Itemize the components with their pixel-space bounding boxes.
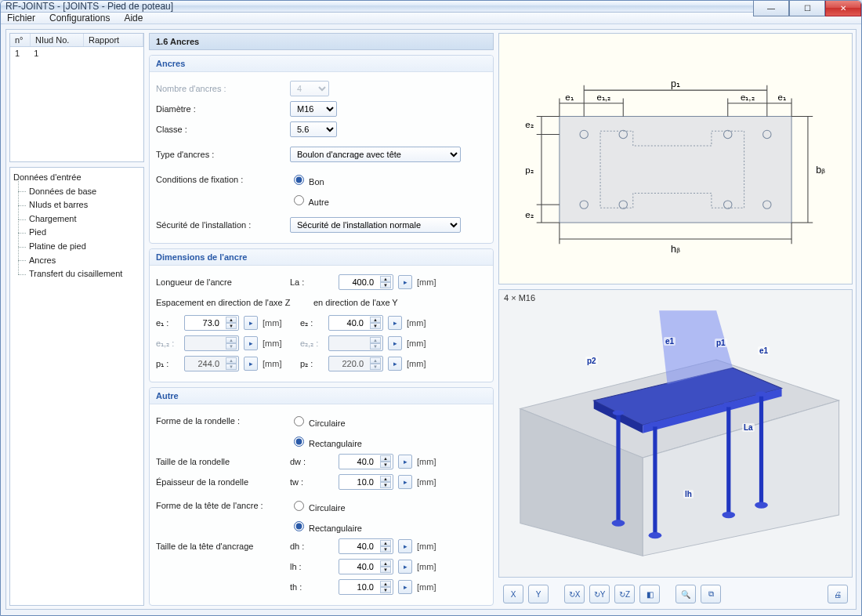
zoom-button[interactable]: 🔍 — [675, 585, 696, 603]
rot-z-button[interactable]: ↻Z — [614, 585, 635, 603]
lbl-lh: lh — [683, 490, 694, 498]
length-input[interactable]: ▲▼ — [339, 274, 393, 290]
lbl-p1: p1 — [715, 339, 727, 347]
tree-item-shear[interactable]: Transfert du cisaillement — [12, 267, 142, 281]
menu-file[interactable]: Fichier — [7, 13, 35, 24]
table-row[interactable]: 1 1 — [10, 47, 143, 60]
lh-pick-icon[interactable]: ▸ — [398, 560, 412, 574]
group-anchors: Ancres Nombre d'ancres : 4 Diamètre : M1… — [149, 55, 494, 244]
group-anchors-legend: Ancres — [150, 56, 493, 72]
e2-pick-icon[interactable]: ▸ — [388, 316, 402, 330]
col-node: NIud No. — [31, 34, 84, 46]
diameter-select[interactable]: M16 — [290, 101, 337, 117]
length-sym: La : — [290, 277, 313, 287]
group-other-legend: Autre — [150, 388, 493, 404]
tw-input[interactable]: ▲▼ — [339, 474, 393, 490]
tree-item-anchors[interactable]: Ancres — [12, 254, 142, 268]
washer-shape-label: Forme de la rondelle : — [156, 416, 285, 426]
maximize-button[interactable]: ☐ — [789, 1, 825, 16]
tree-item-loading[interactable]: Chargement — [12, 212, 142, 226]
e12-input: ▲▼ — [184, 335, 239, 351]
iso-button[interactable]: ◧ — [639, 585, 660, 603]
svg-rect-0 — [560, 116, 791, 223]
lbl-e1b: e1 — [758, 346, 770, 355]
fix-good-radio[interactable]: Bon — [290, 172, 324, 187]
lbl-e1: e1 — [664, 337, 675, 346]
e22-sym: e₂,₂ : — [300, 339, 324, 349]
length-label: Longueur de l'ancre — [156, 277, 285, 287]
washer-thk-label: Épaisseur de la rondelle — [156, 477, 285, 487]
e1-pick-icon[interactable]: ▸ — [244, 316, 258, 330]
dw-input[interactable]: ▲▼ — [339, 454, 393, 469]
menu-help[interactable]: Aide — [124, 13, 143, 24]
col-n: n° — [10, 34, 31, 46]
case-table[interactable]: n° NIud No. Rapport 1 1 — [9, 33, 144, 162]
e12-sym: e₁,₂ : — [156, 339, 179, 349]
menu-config[interactable]: Configurations — [49, 13, 110, 24]
left-panel: n° NIud No. Rapport 1 1 Données d'entrée… — [9, 33, 144, 606]
content: n° NIud No. Rapport 1 1 Données d'entrée… — [1, 24, 861, 616]
dw-pick-icon[interactable]: ▸ — [398, 455, 412, 469]
svg-text:e₁,₂: e₁,₂ — [741, 92, 755, 102]
rot-x-button[interactable]: ↻X — [564, 585, 585, 603]
head-rect-radio[interactable]: Rectangulaire — [290, 519, 362, 533]
plan-diagram: p₁ e₁ e₁,₂ e₁,₂ e₁ — [498, 33, 853, 284]
e22-input: ▲▼ — [328, 335, 383, 351]
3d-diagram[interactable]: 4 × M16 — [498, 289, 853, 578]
print-button[interactable]: 🖨 — [828, 585, 848, 603]
th-pick-icon[interactable]: ▸ — [398, 580, 412, 594]
e1-input[interactable]: ▲▼ — [184, 315, 239, 331]
minimize-button[interactable]: — — [753, 1, 789, 16]
cell-n: 1 — [15, 49, 20, 58]
dw-sym: dw : — [290, 457, 313, 466]
e2-sym: e₂ : — [300, 318, 324, 328]
head-circ-radio[interactable]: Circulaire — [290, 498, 346, 513]
tree-item-base[interactable]: Données de base — [12, 185, 142, 199]
plan-svg: p₁ e₁ e₁,₂ e₁,₂ e₁ — [504, 38, 847, 279]
rot-y-button[interactable]: ↻Y — [589, 585, 610, 603]
close-button[interactable]: ✕ — [825, 1, 861, 16]
svg-text:e₁: e₁ — [565, 92, 573, 102]
copy-button[interactable]: ⧉ — [701, 585, 721, 603]
head-size-label: Taille de la tête d'ancrage — [156, 542, 285, 551]
e2-input[interactable]: ▲▼ — [328, 315, 383, 331]
view-y-button[interactable]: Y — [528, 585, 549, 603]
tree-item-foot[interactable]: Pied — [12, 226, 142, 240]
security-label: Sécurité de l'installation : — [156, 220, 285, 230]
tree-item-baseplate[interactable]: Platine de pied — [12, 240, 142, 254]
svg-point-61 — [755, 392, 767, 397]
dh-pick-icon[interactable]: ▸ — [398, 539, 412, 553]
tw-pick-icon[interactable]: ▸ — [398, 475, 412, 489]
work-area: n° NIud No. Rapport 1 1 Données d'entrée… — [5, 29, 857, 610]
page-title: 1.6 Ancres — [149, 33, 494, 50]
p2-pick-icon[interactable]: ▸ — [388, 357, 402, 371]
length-pick-icon[interactable]: ▸ — [398, 275, 412, 289]
washer-rect-radio[interactable]: Rectangulaire — [290, 434, 362, 448]
type-select[interactable]: Boulon d'ancrage avec tête — [290, 147, 461, 162]
spacing-z-label: Espacement en direction de l'axe Z — [156, 298, 309, 307]
svg-point-54 — [612, 520, 625, 527]
view-x-button[interactable]: X — [503, 585, 523, 603]
e12-pick-icon: ▸ — [244, 336, 258, 350]
lh-input[interactable]: ▲▼ — [339, 559, 393, 574]
security-select[interactable]: Sécurité de l'installation normale — [290, 217, 461, 233]
class-select[interactable]: 5.6 — [290, 121, 337, 137]
lh-sym: lh : — [290, 562, 313, 571]
svg-point-58 — [613, 411, 625, 415]
num-anchors-label: Nombre d'ancres : — [156, 84, 285, 93]
svg-text:e₂: e₂ — [525, 210, 533, 219]
tree-item-nodes[interactable]: NIuds et barres — [12, 198, 142, 212]
svg-text:hᵦ: hᵦ — [671, 244, 680, 255]
fix-other-radio[interactable]: Autre — [290, 193, 329, 207]
tw-sym: tw : — [290, 477, 313, 487]
svg-point-57 — [755, 502, 768, 509]
th-input[interactable]: ▲▼ — [339, 579, 393, 595]
washer-circ-radio[interactable]: Circulaire — [290, 414, 346, 428]
3d-svg — [504, 295, 847, 572]
dh-input[interactable]: ▲▼ — [339, 538, 393, 554]
tree-root[interactable]: Données d'entrée — [12, 171, 142, 185]
group-dimensions: Dimensions de l'ancre Longueur de l'ancr… — [149, 248, 494, 382]
p1-pick-icon[interactable]: ▸ — [244, 357, 258, 371]
titlebar: RF-JOINTS - [JOINTS - Pied de poteau] — … — [1, 1, 861, 13]
p2-input: ▲▼ — [328, 356, 383, 371]
